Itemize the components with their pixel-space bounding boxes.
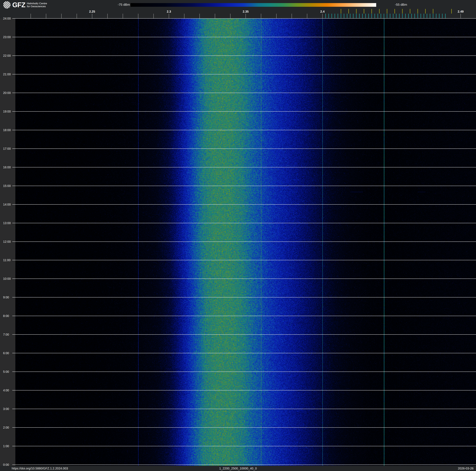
logo-org-line2: for Geosciences — [27, 5, 46, 8]
time-label: 21:00 — [3, 72, 11, 76]
freq-tick-label: 2.35 — [243, 10, 249, 13]
wifi-channel-tick — [410, 9, 410, 14]
bluetooth-channel-tick — [350, 14, 350, 18]
bluetooth-channel-tick — [430, 14, 430, 18]
bluetooth-channel-tick — [396, 14, 396, 18]
wifi-channel-tick — [418, 9, 418, 14]
bluetooth-channel-tick — [414, 14, 415, 18]
bluetooth-channel-tick — [436, 14, 436, 18]
time-label: 12:00 — [3, 240, 11, 243]
time-label: 5:00 — [3, 370, 9, 374]
logo-org-name: Helmholtz Centre for Geosciences — [27, 2, 47, 8]
time-label: 22:00 — [3, 54, 11, 57]
freq-minor-tick — [200, 14, 200, 18]
freq-minor-tick — [92, 14, 92, 18]
freq-minor-tick — [460, 14, 461, 18]
freq-minor-tick — [77, 14, 77, 18]
doi-text: https://doi.org/10.5880/GFZ.1.2.2024.003 — [12, 467, 68, 470]
time-label: 10:00 — [3, 277, 11, 281]
bluetooth-channel-tick — [325, 14, 326, 18]
bluetooth-channel-tick — [411, 14, 412, 18]
freq-tick-label: 2.49 — [458, 10, 464, 13]
wifi-channel-tick — [402, 9, 403, 14]
wifi-channel-tick — [348, 9, 349, 14]
freq-minor-tick — [107, 14, 108, 18]
freq-minor-tick — [184, 14, 184, 18]
bluetooth-channel-tick — [368, 14, 369, 18]
wifi-channel-tick — [372, 9, 372, 14]
bluetooth-channel-tick — [390, 14, 390, 18]
time-label: 18:00 — [3, 128, 11, 132]
bluetooth-channel-tick — [439, 14, 440, 18]
freq-minor-tick — [169, 14, 169, 18]
wifi-channel-tick — [433, 9, 433, 14]
bluetooth-channel-tick — [378, 14, 378, 18]
freq-minor-tick — [46, 14, 46, 18]
time-label: 11:00 — [3, 258, 11, 262]
freq-minor-tick — [307, 14, 307, 18]
time-label: 24:00 — [3, 17, 11, 20]
freq-minor-tick — [31, 14, 31, 18]
time-label: 23:00 — [3, 35, 11, 39]
bluetooth-channel-tick — [408, 14, 409, 18]
bluetooth-channel-tick — [399, 14, 400, 18]
bluetooth-channel-tick — [424, 14, 424, 18]
bluetooth-channel-tick — [356, 14, 357, 18]
time-label: 19:00 — [3, 109, 11, 113]
freq-minor-tick — [246, 14, 246, 18]
bluetooth-channel-tick — [433, 14, 433, 18]
spectrogram-plot — [15, 18, 476, 466]
gfz-logo: GFZ Helmholtz Centre for Geosciences — [3, 1, 47, 9]
time-label: 16:00 — [3, 165, 11, 169]
bluetooth-channel-tick — [427, 14, 427, 18]
spectrogram-canvas — [15, 18, 476, 466]
wifi-channel-tick — [364, 9, 364, 14]
bluetooth-channel-tick — [362, 14, 363, 18]
freq-minor-tick — [215, 14, 215, 18]
time-label: 2:00 — [3, 426, 9, 429]
time-label: 14:00 — [3, 203, 11, 206]
wifi-channel-tick — [394, 9, 395, 14]
wifi-channel-tick — [379, 9, 380, 14]
bluetooth-channel-tick — [347, 14, 347, 18]
wifi-channel-tick — [356, 9, 357, 14]
freq-minor-tick — [230, 14, 230, 18]
time-label: 17:00 — [3, 147, 11, 150]
logo-acronym: GFZ — [12, 1, 25, 8]
time-label: 7:00 — [3, 333, 9, 336]
bluetooth-channel-tick — [332, 14, 332, 18]
freq-minor-tick — [61, 14, 62, 18]
wifi-channel-tick — [387, 9, 387, 14]
freq-minor-tick — [292, 14, 292, 18]
bluetooth-channel-tick — [445, 14, 446, 18]
freq-minor-tick — [276, 14, 276, 18]
freq-tick-label: 2.25 — [89, 10, 95, 13]
bluetooth-channel-tick — [421, 14, 421, 18]
bluetooth-channel-tick — [365, 14, 366, 18]
freq-minor-tick — [123, 14, 123, 18]
date-label: 2026-03-26 — [458, 467, 474, 470]
wifi-channel-tick — [451, 9, 452, 14]
colorbar-gradient — [131, 3, 376, 7]
dataset-title: 1_2200_2500_10000_40_0 — [219, 467, 257, 470]
bluetooth-channel-tick — [341, 14, 341, 18]
bluetooth-channel-tick — [418, 14, 418, 18]
bluetooth-channel-tick — [328, 14, 329, 18]
time-label: 8:00 — [3, 314, 9, 318]
wifi-channel-tick — [425, 9, 426, 14]
bluetooth-channel-tick — [353, 14, 354, 18]
bluetooth-channel-tick — [387, 14, 387, 18]
colorbar-max-label: -55 dBm — [395, 3, 407, 6]
time-label: 6:00 — [3, 351, 9, 355]
gfz-logo-icon — [3, 1, 11, 9]
time-label: 1:00 — [3, 444, 9, 448]
colorbar-min-label: -75 dBm — [115, 3, 130, 6]
bluetooth-channel-tick — [344, 14, 344, 18]
time-label: 4:00 — [3, 389, 9, 392]
bluetooth-channel-tick — [405, 14, 406, 18]
bluetooth-channel-tick — [393, 14, 393, 18]
wifi-channel-tick — [341, 9, 341, 14]
freq-minor-tick — [322, 14, 323, 18]
freq-tick-label: 2.4 — [320, 10, 324, 13]
bluetooth-channel-tick — [381, 14, 381, 18]
